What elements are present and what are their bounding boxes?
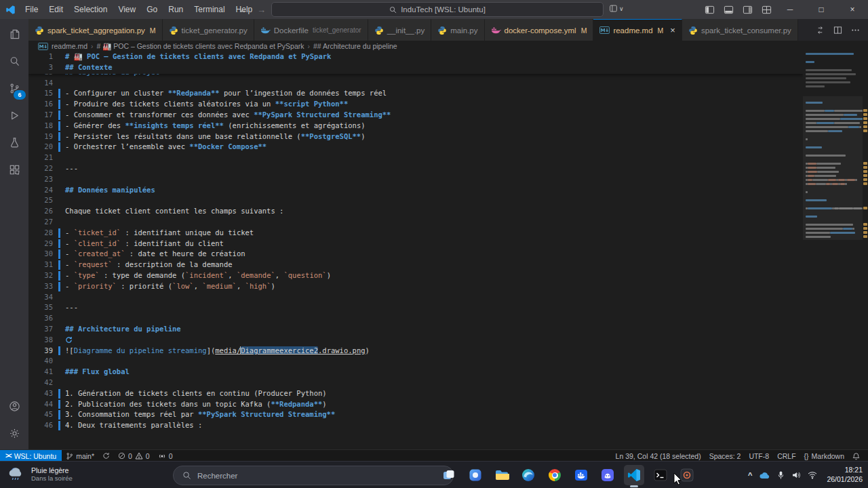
line-number[interactable]: 26 bbox=[28, 206, 53, 217]
split-editor-icon[interactable] bbox=[833, 26, 842, 35]
weather-widget[interactable]: Pluie légère Dans la soirée bbox=[7, 465, 73, 483]
git-branch[interactable]: main* bbox=[62, 450, 98, 462]
tab-spark_ticket_consumer.py[interactable]: spark_ticket_consumer.py bbox=[682, 19, 798, 41]
tab-__init__.py[interactable]: __init__.py bbox=[368, 19, 432, 41]
forward-button[interactable]: → bbox=[257, 5, 266, 15]
code-line-content[interactable]: - `created_at` : date et heure de créati… bbox=[65, 249, 245, 260]
line-number[interactable]: 27 bbox=[28, 217, 53, 228]
discord-icon[interactable] bbox=[597, 465, 618, 485]
menu-run[interactable]: Run bbox=[163, 0, 189, 19]
code-line-content[interactable]: - Générer des **insights temps réel** (e… bbox=[65, 121, 366, 131]
line-number[interactable]: 43 bbox=[28, 388, 53, 399]
media-app-icon[interactable] bbox=[677, 465, 697, 485]
toggle-panel-icon[interactable] bbox=[724, 5, 734, 15]
close-icon[interactable]: × bbox=[670, 26, 675, 35]
network-icon[interactable] bbox=[808, 471, 817, 479]
chrome-icon[interactable] bbox=[545, 465, 565, 485]
line-number[interactable]: 19 bbox=[28, 131, 53, 142]
line-number[interactable]: 39 bbox=[28, 346, 53, 357]
line-number[interactable]: 42 bbox=[28, 378, 53, 388]
code-line-content[interactable]: - `request` : description de la demande bbox=[65, 260, 233, 270]
code-line-content[interactable]: - `type` : type de demande (`incident`, … bbox=[65, 270, 331, 281]
maximize-button[interactable]: □ bbox=[806, 0, 837, 19]
indentation[interactable]: Spaces: 2 bbox=[705, 450, 745, 462]
vscode-icon[interactable] bbox=[624, 465, 644, 485]
code-line-content[interactable]: - `ticket_id` : identifiant unique du ti… bbox=[65, 228, 254, 239]
breadcrumb-item[interactable]: ## Architecture du pipeline bbox=[313, 42, 397, 50]
command-center[interactable]: InduTech [WSL: Ubuntu] bbox=[271, 2, 604, 17]
line-number[interactable]: 21 bbox=[28, 152, 53, 163]
code-line-content[interactable]: - Orchestrer l’ensemble avec **Docker Co… bbox=[65, 142, 267, 152]
widgets-icon[interactable] bbox=[465, 465, 486, 485]
line-number[interactable]: 1 bbox=[28, 52, 53, 62]
problems[interactable]: 0 0 bbox=[114, 450, 154, 462]
line-number[interactable]: 37 bbox=[28, 324, 53, 335]
menu-view[interactable]: View bbox=[113, 0, 141, 19]
line-number[interactable]: 45 bbox=[28, 409, 53, 420]
line-number[interactable]: 28 bbox=[28, 228, 53, 239]
code-line-content[interactable]: 1. Génération de tickets clients en cont… bbox=[65, 388, 327, 399]
account-icon[interactable] bbox=[0, 392, 28, 420]
line-number[interactable]: 16 bbox=[28, 99, 53, 110]
code-line-content[interactable]: ![Diagramme du pipeline streaming](media… bbox=[65, 346, 370, 357]
code-line-content[interactable]: # 🏭 POC – Gestion de tickets clients ave… bbox=[65, 52, 331, 62]
menu-go[interactable]: Go bbox=[141, 0, 163, 19]
extensions-icon[interactable] bbox=[0, 156, 28, 183]
minimap-slider[interactable] bbox=[803, 96, 863, 240]
terminal-icon[interactable] bbox=[650, 465, 671, 485]
docker-desktop-icon[interactable] bbox=[571, 465, 591, 485]
onedrive-icon[interactable] bbox=[759, 471, 770, 479]
code-line-content[interactable]: 4. Deux traitements parallèles : bbox=[65, 420, 202, 431]
customize-layout-icon[interactable] bbox=[762, 5, 772, 15]
line-number[interactable]: 17 bbox=[28, 110, 53, 121]
code-line-content[interactable]: ## Architecture du pipeline bbox=[65, 324, 181, 335]
volume-icon[interactable] bbox=[791, 471, 801, 479]
line-number[interactable]: 3 bbox=[28, 62, 53, 73]
line-number[interactable]: 24 bbox=[28, 185, 53, 196]
open-changes-icon[interactable] bbox=[816, 26, 825, 35]
remote-indicator[interactable]: >< WSL: Ubuntu bbox=[0, 450, 62, 462]
tab-readme.md[interactable]: readme.mdM× bbox=[593, 19, 682, 41]
more-actions-icon[interactable] bbox=[851, 26, 860, 35]
code-line-content[interactable]: - `client_id` : identifiant du client bbox=[65, 239, 224, 249]
explorer-icon[interactable] bbox=[0, 20, 28, 47]
line-number[interactable]: 22 bbox=[28, 163, 53, 174]
ports[interactable]: 0 bbox=[154, 450, 177, 462]
code-line-content[interactable]: 2. Publication des tickets dans un topic… bbox=[65, 399, 327, 410]
line-number[interactable]: 44 bbox=[28, 399, 53, 410]
tab-main.py[interactable]: main.py bbox=[431, 19, 484, 41]
run-debug-icon[interactable] bbox=[0, 102, 28, 129]
line-number[interactable]: 25 bbox=[28, 195, 53, 206]
taskbar-clock[interactable]: 18:21 26/01/2026 bbox=[827, 466, 863, 484]
line-number[interactable]: 15 bbox=[28, 88, 53, 99]
code-line-content[interactable]: ## Données manipulées bbox=[65, 185, 155, 196]
editor[interactable]: 1213## Objectifs du projet1415- Configur… bbox=[28, 52, 868, 449]
breadcrumb-item[interactable]: # 🏭 POC – Gestion de tickets clients ave… bbox=[96, 42, 304, 51]
line-number[interactable]: 33 bbox=[28, 281, 53, 292]
tray-expand-icon[interactable]: ^ bbox=[748, 471, 752, 479]
code-line-content[interactable]: - Persister les résultats dans une base … bbox=[65, 131, 366, 142]
line-number[interactable]: 40 bbox=[28, 356, 53, 367]
line-number[interactable]: 41 bbox=[28, 367, 53, 378]
search-icon[interactable] bbox=[0, 47, 28, 75]
tab-spark_ticket_aggregation.py[interactable]: spark_ticket_aggregation.pyM bbox=[28, 19, 163, 41]
overview-ruler[interactable] bbox=[863, 52, 868, 449]
line-number[interactable]: 23 bbox=[28, 174, 53, 185]
code-action-icon[interactable] bbox=[65, 336, 73, 344]
line-number[interactable]: 36 bbox=[28, 313, 53, 324]
edge-icon[interactable] bbox=[518, 465, 538, 485]
microphone-icon[interactable] bbox=[777, 470, 785, 480]
code-line-content[interactable]: --- bbox=[65, 302, 78, 313]
line-number[interactable]: 18 bbox=[28, 121, 53, 131]
code-line-content[interactable]: - `priority` : priorité (`low`, `medium`… bbox=[65, 281, 275, 292]
code-line-content[interactable]: 3. Consommation temps réel par **PySpark… bbox=[65, 409, 335, 420]
code-line-content[interactable]: ### Flux global bbox=[65, 367, 130, 378]
minimap[interactable] bbox=[803, 52, 863, 449]
code-line-content[interactable]: Chaque ticket client contient les champs… bbox=[65, 206, 283, 217]
menu-terminal[interactable]: Terminal bbox=[189, 0, 230, 19]
notifications-bell[interactable] bbox=[848, 450, 864, 462]
line-number[interactable]: 30 bbox=[28, 249, 53, 260]
menu-file[interactable]: File bbox=[20, 0, 43, 19]
line-number[interactable]: 35 bbox=[28, 302, 53, 313]
line-number[interactable]: 46 bbox=[28, 420, 53, 431]
